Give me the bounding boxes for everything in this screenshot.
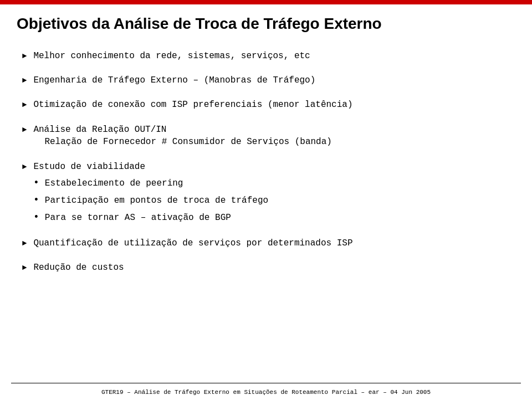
bullet-line1: Análise da Relação OUT/IN <box>33 125 166 135</box>
arrow-icon: ► <box>22 162 27 173</box>
sub-list-item: • Participação em pontos de troca de trá… <box>33 194 268 207</box>
arrow-icon: ► <box>22 125 27 136</box>
arrow-icon: ► <box>22 238 27 249</box>
sub-bullet-text: Estabelecimento de peering <box>45 177 183 189</box>
bullet-text: Melhor conhecimento da rede, sistemas, s… <box>33 50 510 62</box>
sub-bullet-dot: • <box>33 211 39 224</box>
list-item: ► Estudo de viabilidade • Estabeleciment… <box>22 161 510 225</box>
bullet-text: Quantificação de utilização de serviços … <box>33 237 510 249</box>
sub-bullet-text: Participação em pontos de troca de tráfe… <box>45 194 268 207</box>
bullet-text: Análise da Relação OUT/IN Relação de For… <box>33 124 510 148</box>
list-item: ► Otimização de conexão com ISP preferen… <box>22 99 510 111</box>
arrow-icon: ► <box>22 100 27 111</box>
list-item: ► Engenharia de Tráfego Externo – (Manob… <box>22 74 510 86</box>
title-section: Objetivos da Análise de Troca de Tráfego… <box>0 4 532 39</box>
arrow-icon: ► <box>22 263 27 274</box>
sub-list-item: • Para se tornar AS – ativação de BGP <box>33 212 231 224</box>
list-item: ► Análise da Relação OUT/IN Relação de F… <box>22 124 510 148</box>
list-item: ► Quantificação de utilização de serviço… <box>22 237 510 249</box>
bullet-text: Estudo de viabilidade <box>33 161 145 173</box>
bullet-line2: Relação de Fornecedor # Consumidor de Se… <box>44 136 510 148</box>
content-area: ► Melhor conhecimento da rede, sistemas,… <box>0 39 532 292</box>
bullet-text: Redução de custos <box>33 261 510 274</box>
footer-text: GTER19 – Análise de Tráfego Externo em S… <box>0 389 532 396</box>
page-title: Objetivos da Análise de Troca de Tráfego… <box>17 14 515 33</box>
bullet-text: Engenharia de Tráfego Externo – (Manobra… <box>33 74 510 86</box>
list-item: ► Melhor conhecimento da rede, sistemas,… <box>22 50 510 62</box>
footer-line <box>11 383 521 383</box>
sub-bullet-text: Para se tornar AS – ativação de BGP <box>45 212 231 224</box>
header-bar <box>0 0 532 4</box>
list-item: ► Redução de custos <box>22 261 510 274</box>
arrow-icon: ► <box>22 51 27 62</box>
sub-bullet-dot: • <box>33 176 39 190</box>
sub-bullet-dot: • <box>33 193 39 207</box>
arrow-icon: ► <box>22 75 27 86</box>
sub-list-item: • Estabelecimento de peering <box>33 177 183 190</box>
bullet-text: Otimização de conexão com ISP preferenci… <box>33 99 510 111</box>
